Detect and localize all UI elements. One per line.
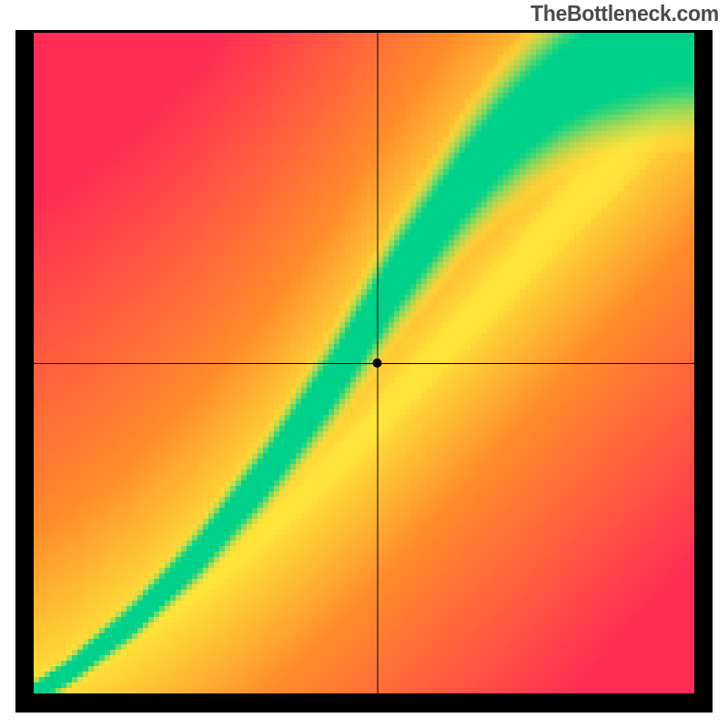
bottleneck-heatmap [34, 33, 694, 693]
watermark-text: TheBottleneck.com [531, 2, 719, 26]
plot-frame [15, 30, 713, 713]
chart-stage: TheBottleneck.com [0, 0, 728, 728]
